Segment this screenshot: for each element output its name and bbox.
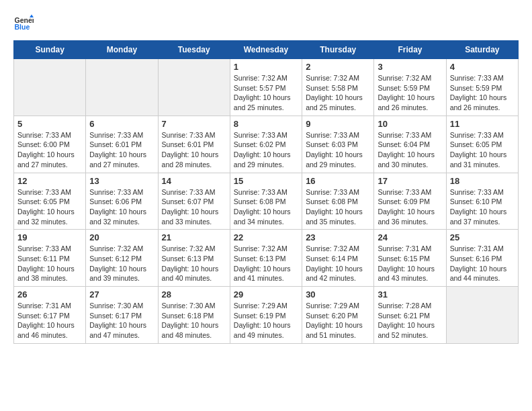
day-header-wednesday: Wednesday [230,41,302,59]
day-number: 14 [162,176,226,186]
week-row-5: 26Sunrise: 7:31 AM Sunset: 6:17 PM Dayli… [14,287,519,344]
day-number: 22 [234,232,298,242]
day-number: 28 [162,289,226,300]
day-number: 4 [450,62,515,72]
day-cell: 3Sunrise: 7:32 AM Sunset: 5:59 PM Daylig… [374,59,446,116]
day-number: 5 [17,119,82,129]
day-info: Sunrise: 7:30 AM Sunset: 6:18 PM Dayligh… [162,301,226,340]
day-info: Sunrise: 7:29 AM Sunset: 6:20 PM Dayligh… [306,301,370,340]
day-cell: 17Sunrise: 7:33 AM Sunset: 6:09 PM Dayli… [374,173,446,230]
day-info: Sunrise: 7:32 AM Sunset: 5:57 PM Dayligh… [234,73,298,113]
day-info: Sunrise: 7:33 AM Sunset: 6:11 PM Dayligh… [17,244,82,283]
day-cell: 4Sunrise: 7:33 AM Sunset: 5:59 PM Daylig… [446,59,518,116]
day-info: Sunrise: 7:31 AM Sunset: 6:15 PM Dayligh… [378,244,442,283]
day-cell: 1Sunrise: 7:32 AM Sunset: 5:57 PM Daylig… [230,59,302,116]
day-number: 1 [234,62,298,72]
day-header-saturday: Saturday [446,41,518,59]
day-number: 10 [378,119,442,129]
day-cell: 15Sunrise: 7:33 AM Sunset: 6:08 PM Dayli… [230,173,302,230]
day-cell: 31Sunrise: 7:28 AM Sunset: 6:21 PM Dayli… [374,287,446,344]
day-info: Sunrise: 7:33 AM Sunset: 6:07 PM Dayligh… [162,187,226,227]
day-number: 17 [378,176,442,186]
day-info: Sunrise: 7:33 AM Sunset: 6:02 PM Dayligh… [234,130,298,170]
day-number: 29 [234,289,298,300]
day-cell: 6Sunrise: 7:33 AM Sunset: 6:01 PM Daylig… [86,116,158,173]
day-info: Sunrise: 7:33 AM Sunset: 6:10 PM Dayligh… [450,187,515,227]
day-info: Sunrise: 7:33 AM Sunset: 6:03 PM Dayligh… [306,130,370,170]
day-number: 20 [89,232,154,242]
day-cell: 14Sunrise: 7:33 AM Sunset: 6:07 PM Dayli… [158,173,230,230]
day-number: 31 [378,289,442,300]
week-row-3: 12Sunrise: 7:33 AM Sunset: 6:05 PM Dayli… [14,173,519,230]
day-info: Sunrise: 7:30 AM Sunset: 6:17 PM Dayligh… [89,301,154,340]
day-number: 18 [450,176,515,186]
logo-icon: General Blue [13,13,34,34]
day-number: 11 [450,119,515,129]
day-cell: 13Sunrise: 7:33 AM Sunset: 6:06 PM Dayli… [86,173,158,230]
day-info: Sunrise: 7:33 AM Sunset: 5:59 PM Dayligh… [450,73,515,113]
day-cell: 23Sunrise: 7:32 AM Sunset: 6:14 PM Dayli… [302,230,374,287]
day-info: Sunrise: 7:33 AM Sunset: 6:04 PM Dayligh… [378,130,442,170]
day-cell [446,287,518,344]
calendar-table: SundayMondayTuesdayWednesdayThursdayFrid… [13,40,519,344]
day-cell [14,59,86,116]
day-number: 19 [17,232,82,242]
page-header: General Blue [13,13,519,34]
day-cell: 11Sunrise: 7:33 AM Sunset: 6:05 PM Dayli… [446,116,518,173]
day-number: 6 [89,119,154,129]
day-info: Sunrise: 7:33 AM Sunset: 6:08 PM Dayligh… [306,187,370,227]
day-info: Sunrise: 7:32 AM Sunset: 6:13 PM Dayligh… [162,244,226,283]
day-cell: 21Sunrise: 7:32 AM Sunset: 6:13 PM Dayli… [158,230,230,287]
day-number: 21 [162,232,226,242]
day-number: 26 [17,289,82,300]
day-info: Sunrise: 7:33 AM Sunset: 6:08 PM Dayligh… [234,187,298,227]
day-cell: 28Sunrise: 7:30 AM Sunset: 6:18 PM Dayli… [158,287,230,344]
day-cell: 29Sunrise: 7:29 AM Sunset: 6:19 PM Dayli… [230,287,302,344]
day-number: 7 [162,119,226,129]
day-cell: 8Sunrise: 7:33 AM Sunset: 6:02 PM Daylig… [230,116,302,173]
day-info: Sunrise: 7:32 AM Sunset: 5:59 PM Dayligh… [378,73,442,113]
day-number: 24 [378,232,442,242]
day-header-tuesday: Tuesday [158,41,230,59]
day-cell: 20Sunrise: 7:32 AM Sunset: 6:12 PM Dayli… [86,230,158,287]
day-number: 23 [306,232,370,242]
day-info: Sunrise: 7:32 AM Sunset: 6:12 PM Dayligh… [89,244,154,283]
day-header-monday: Monday [86,41,158,59]
day-info: Sunrise: 7:33 AM Sunset: 6:05 PM Dayligh… [450,130,515,170]
day-number: 2 [306,62,370,72]
day-cell: 12Sunrise: 7:33 AM Sunset: 6:05 PM Dayli… [14,173,86,230]
day-info: Sunrise: 7:33 AM Sunset: 6:01 PM Dayligh… [162,130,226,170]
day-header-sunday: Sunday [14,41,86,59]
day-info: Sunrise: 7:29 AM Sunset: 6:19 PM Dayligh… [234,301,298,340]
day-info: Sunrise: 7:31 AM Sunset: 6:16 PM Dayligh… [450,244,515,283]
day-number: 12 [17,176,82,186]
day-cell: 5Sunrise: 7:33 AM Sunset: 6:00 PM Daylig… [14,116,86,173]
day-info: Sunrise: 7:33 AM Sunset: 6:09 PM Dayligh… [378,187,442,227]
day-info: Sunrise: 7:33 AM Sunset: 6:06 PM Dayligh… [89,187,154,227]
day-header-thursday: Thursday [302,41,374,59]
day-cell: 2Sunrise: 7:32 AM Sunset: 5:58 PM Daylig… [302,59,374,116]
logo: General Blue [13,13,36,34]
day-info: Sunrise: 7:28 AM Sunset: 6:21 PM Dayligh… [378,301,442,340]
day-cell: 16Sunrise: 7:33 AM Sunset: 6:08 PM Dayli… [302,173,374,230]
days-header-row: SundayMondayTuesdayWednesdayThursdayFrid… [14,41,519,59]
day-info: Sunrise: 7:31 AM Sunset: 6:17 PM Dayligh… [17,301,82,340]
day-cell: 24Sunrise: 7:31 AM Sunset: 6:15 PM Dayli… [374,230,446,287]
week-row-1: 1Sunrise: 7:32 AM Sunset: 5:57 PM Daylig… [14,59,519,116]
day-number: 30 [306,289,370,300]
day-cell: 22Sunrise: 7:32 AM Sunset: 6:13 PM Dayli… [230,230,302,287]
day-cell: 30Sunrise: 7:29 AM Sunset: 6:20 PM Dayli… [302,287,374,344]
svg-text:Blue: Blue [15,23,30,31]
day-number: 8 [234,119,298,129]
day-info: Sunrise: 7:33 AM Sunset: 6:01 PM Dayligh… [89,130,154,170]
day-cell [158,59,230,116]
day-cell: 27Sunrise: 7:30 AM Sunset: 6:17 PM Dayli… [86,287,158,344]
day-info: Sunrise: 7:33 AM Sunset: 6:05 PM Dayligh… [17,187,82,227]
day-cell: 25Sunrise: 7:31 AM Sunset: 6:16 PM Dayli… [446,230,518,287]
day-number: 9 [306,119,370,129]
day-header-friday: Friday [374,41,446,59]
day-cell: 9Sunrise: 7:33 AM Sunset: 6:03 PM Daylig… [302,116,374,173]
day-cell: 7Sunrise: 7:33 AM Sunset: 6:01 PM Daylig… [158,116,230,173]
day-number: 27 [89,289,154,300]
day-number: 13 [89,176,154,186]
